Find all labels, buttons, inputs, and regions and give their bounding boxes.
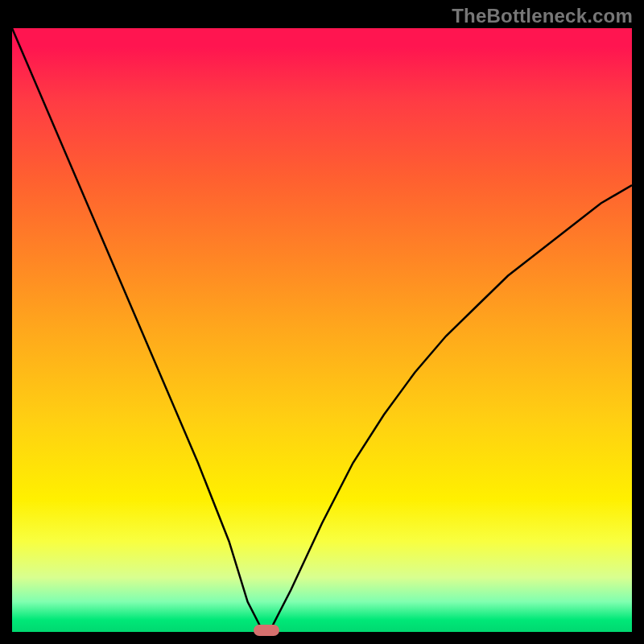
plot-area (12, 28, 632, 632)
curve-svg (12, 28, 632, 632)
watermark-text: TheBottleneck.com (452, 5, 633, 27)
min-marker (254, 625, 279, 636)
bottleneck-curve (12, 28, 632, 632)
chart-frame: TheBottleneck.com (0, 0, 644, 644)
